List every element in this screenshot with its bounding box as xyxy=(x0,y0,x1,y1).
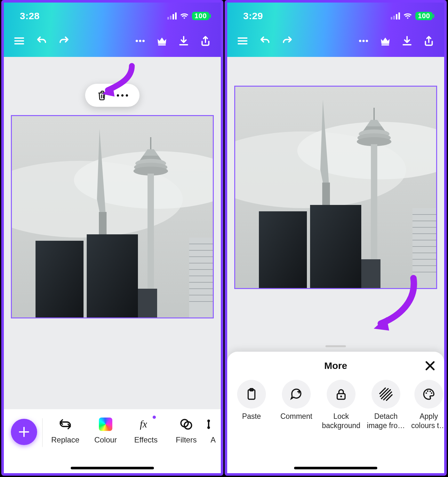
undo-icon[interactable] xyxy=(36,35,47,47)
svg-point-33 xyxy=(359,40,361,42)
svg-rect-41 xyxy=(373,108,375,121)
svg-point-70 xyxy=(427,390,428,392)
app-header: 3:29 100 xyxy=(227,3,444,57)
redo-icon[interactable] xyxy=(58,35,70,47)
status-time: 3:29 xyxy=(243,11,263,21)
phone-frame-right: 3:29 100 xyxy=(225,0,447,476)
sheet-item-apply-colours[interactable]: Apply colours t… xyxy=(408,380,444,430)
selected-image[interactable] xyxy=(11,115,214,318)
svg-point-31 xyxy=(207,419,210,422)
sheet-actions-row[interactable]: Paste Comment Lock background xyxy=(227,380,444,430)
svg-rect-12 xyxy=(148,174,154,289)
svg-rect-8 xyxy=(150,137,151,150)
app-toolbar xyxy=(227,25,444,54)
skyline-illustration xyxy=(12,116,213,317)
download-icon[interactable] xyxy=(401,35,413,47)
clipboard-icon xyxy=(245,387,258,401)
svg-point-2 xyxy=(142,40,145,42)
crown-icon[interactable] xyxy=(156,35,168,47)
skyline-illustration xyxy=(235,87,436,288)
svg-point-1 xyxy=(139,40,141,42)
tool-label: Effects xyxy=(134,435,158,444)
sheet-header: More xyxy=(227,352,444,380)
undo-icon[interactable] xyxy=(259,35,271,47)
tool-strip[interactable]: Replace Colour fx Effects Filter xyxy=(45,416,221,444)
sheet-item-comment[interactable]: Comment xyxy=(274,380,319,430)
svg-text:fx: fx xyxy=(140,419,147,430)
svg-point-34 xyxy=(362,40,364,42)
app-toolbar xyxy=(4,25,221,54)
download-icon[interactable] xyxy=(178,35,189,47)
share-icon[interactable] xyxy=(423,35,435,47)
status-bar: 3:28 100 xyxy=(4,3,221,25)
hatch-icon xyxy=(379,387,393,401)
home-indicator[interactable] xyxy=(71,467,154,469)
wifi-icon xyxy=(403,12,412,20)
status-time: 3:28 xyxy=(20,11,40,21)
notification-dot-icon xyxy=(153,416,156,419)
annotation-arrow-icon xyxy=(365,274,420,332)
divider xyxy=(42,418,43,447)
svg-rect-36 xyxy=(381,44,389,46)
editor-canvas[interactable]: More Paste Comment xyxy=(227,57,444,473)
wifi-icon xyxy=(180,12,189,20)
annotation-arrow-icon xyxy=(100,63,138,98)
comparison-stage: 3:28 100 xyxy=(0,0,448,477)
sheet-item-label: Apply colours t… xyxy=(411,412,444,430)
colour-swatch-icon xyxy=(99,418,112,431)
status-bar: 3:29 100 xyxy=(227,3,444,25)
svg-rect-46 xyxy=(259,211,307,288)
menu-icon[interactable] xyxy=(13,35,25,47)
signal-icon xyxy=(167,12,177,20)
sheet-item-label: Detach image fro… xyxy=(367,412,405,430)
editor-bottom-bar: Replace Colour fx Effects Filter xyxy=(4,409,221,473)
tool-cutoff[interactable]: A xyxy=(206,418,220,444)
tool-label: A xyxy=(211,435,216,444)
close-button[interactable] xyxy=(424,359,436,372)
more-actions-sheet: More Paste Comment xyxy=(227,352,444,473)
svg-point-35 xyxy=(366,40,368,42)
svg-point-69 xyxy=(426,392,427,394)
svg-point-72 xyxy=(431,392,432,394)
sheet-title: More xyxy=(324,360,347,371)
editor-canvas[interactable]: Replace Colour fx Effects Filter xyxy=(4,57,221,473)
svg-rect-13 xyxy=(36,241,84,317)
svg-rect-3 xyxy=(158,44,166,46)
svg-rect-14 xyxy=(87,234,138,317)
svg-rect-45 xyxy=(371,144,377,259)
sheet-grabber[interactable] xyxy=(325,345,346,347)
menu-icon[interactable] xyxy=(237,35,248,47)
home-indicator[interactable] xyxy=(294,467,377,469)
tool-colour[interactable]: Colour xyxy=(85,418,126,444)
lock-icon xyxy=(334,387,348,401)
sheet-item-label: Lock background xyxy=(322,412,360,430)
svg-point-32 xyxy=(207,426,210,429)
comment-icon xyxy=(290,387,303,401)
tool-replace[interactable]: Replace xyxy=(45,418,85,444)
tool-filters[interactable]: Filters xyxy=(166,418,206,444)
more-icon[interactable] xyxy=(134,35,146,47)
sheet-item-label: Comment xyxy=(280,412,312,421)
sheet-item-paste[interactable]: Paste xyxy=(229,380,274,430)
tool-label: Filters xyxy=(176,435,196,444)
sheet-item-label: Paste xyxy=(242,412,261,421)
close-icon xyxy=(424,359,436,372)
share-icon[interactable] xyxy=(200,35,211,47)
add-button[interactable] xyxy=(11,419,37,445)
sheet-item-lock-background[interactable]: Lock background xyxy=(319,380,364,430)
tool-label: Colour xyxy=(94,435,117,444)
svg-rect-47 xyxy=(310,205,361,288)
selected-image[interactable] xyxy=(234,86,437,289)
app-header: 3:28 100 xyxy=(4,3,221,57)
tool-effects[interactable]: fx Effects xyxy=(126,418,166,444)
redo-icon[interactable] xyxy=(282,35,293,47)
tool-label: Replace xyxy=(51,435,79,444)
palette-icon xyxy=(422,387,436,401)
sheet-item-detach-image[interactable]: Detach image fro… xyxy=(364,380,408,430)
crown-icon[interactable] xyxy=(380,35,391,47)
more-icon[interactable] xyxy=(358,35,369,47)
phone-frame-left: 3:28 100 xyxy=(1,0,223,476)
svg-point-63 xyxy=(340,395,342,397)
svg-rect-15 xyxy=(138,289,157,317)
svg-rect-16 xyxy=(189,238,213,317)
